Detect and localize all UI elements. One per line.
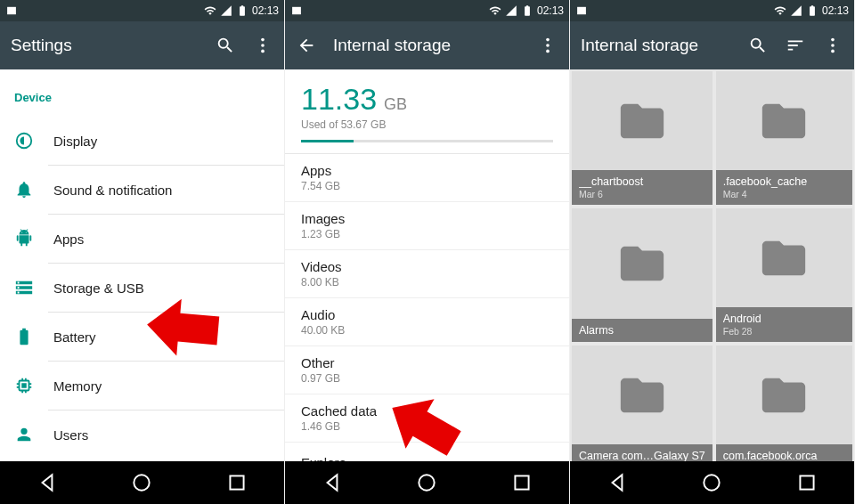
folder-tile[interactable]: com.facebook.orca Mar 4 bbox=[716, 345, 852, 461]
storage-category-row[interactable]: Cached data 1.46 GB bbox=[285, 394, 569, 443]
nav-recent-button[interactable] bbox=[225, 471, 248, 494]
folder-name: Android bbox=[723, 313, 845, 325]
used-unit: GB bbox=[384, 95, 407, 114]
wifi-icon bbox=[489, 4, 501, 17]
settings-item-battery[interactable]: Battery bbox=[0, 313, 284, 361]
app-bar-title: Internal storage bbox=[581, 36, 731, 55]
sort-button[interactable] bbox=[785, 35, 806, 56]
screen-settings: 02:13 Settings Device Display Sound & no… bbox=[0, 0, 285, 504]
wifi-icon bbox=[774, 4, 786, 17]
folder-name: __chartboost bbox=[579, 175, 705, 188]
folder-icon bbox=[716, 71, 852, 170]
settings-item-bell[interactable]: Sound & notification bbox=[0, 166, 284, 214]
folder-name: Alarms bbox=[579, 324, 705, 337]
search-button[interactable] bbox=[215, 35, 236, 56]
settings-item-label: Users bbox=[53, 427, 88, 443]
category-size: 7.54 GB bbox=[301, 180, 553, 192]
nav-back-button[interactable] bbox=[606, 471, 629, 494]
folder-date: Feb 28 bbox=[723, 326, 845, 337]
storage-category-row[interactable]: Audio 40.00 KB bbox=[285, 298, 569, 346]
bell-icon bbox=[14, 180, 34, 199]
sort-icon bbox=[786, 36, 805, 55]
overflow-button[interactable] bbox=[252, 35, 273, 56]
search-button[interactable] bbox=[747, 35, 769, 56]
battery-icon bbox=[806, 4, 818, 17]
category-label: Videos bbox=[301, 259, 553, 274]
folder-tile[interactable]: Android Feb 28 bbox=[716, 208, 852, 342]
settings-item-storage[interactable]: Storage & USB bbox=[0, 264, 284, 312]
app-bar: Settings bbox=[0, 21, 284, 69]
folder-tile[interactable]: __chartboost Mar 6 bbox=[572, 71, 712, 205]
back-button[interactable] bbox=[296, 35, 317, 56]
memory-icon bbox=[14, 376, 34, 395]
status-time: 02:13 bbox=[822, 4, 849, 17]
settings-item-label: Battery bbox=[53, 329, 96, 345]
folder-icon bbox=[572, 345, 712, 444]
wifi-icon bbox=[204, 4, 216, 17]
category-label: Audio bbox=[301, 307, 553, 322]
category-label: Other bbox=[301, 355, 553, 370]
storage-category-row[interactable]: Images 1.23 GB bbox=[285, 202, 569, 250]
folder-name: Camera com…Galaxy S7 bbox=[579, 450, 705, 461]
storage-summary: 11.33 GB Used of 53.67 GB bbox=[285, 69, 569, 154]
nav-bar bbox=[570, 461, 854, 504]
folder-icon bbox=[572, 208, 712, 319]
settings-item-android[interactable]: Apps bbox=[0, 215, 284, 263]
storage-body: 11.33 GB Used of 53.67 GB Apps 7.54 GBIm… bbox=[285, 69, 569, 461]
nav-recent-button[interactable] bbox=[510, 471, 533, 494]
storage-category-row[interactable]: Other 0.97 GB bbox=[285, 346, 569, 394]
category-label: Images bbox=[301, 211, 553, 226]
settings-item-display[interactable]: Display bbox=[0, 117, 284, 165]
settings-item-user[interactable]: Users bbox=[0, 411, 284, 459]
section-header-device: Device bbox=[0, 69, 284, 117]
overflow-button[interactable] bbox=[537, 35, 558, 56]
category-size: 1.23 GB bbox=[301, 228, 553, 240]
battery-icon bbox=[14, 327, 34, 346]
folder-icon bbox=[716, 208, 852, 307]
used-value: 11.33 bbox=[301, 82, 377, 117]
display-icon bbox=[14, 131, 34, 150]
category-label: Cached data bbox=[301, 403, 553, 419]
folder-tile[interactable]: Alarms bbox=[572, 208, 712, 342]
nav-back-button[interactable] bbox=[321, 471, 344, 494]
settings-body: Device Display Sound & notification Apps… bbox=[0, 69, 284, 461]
used-of-label: Used of 53.67 GB bbox=[301, 118, 553, 131]
dots-icon bbox=[253, 36, 273, 55]
nav-recent-button[interactable] bbox=[795, 471, 818, 494]
category-size: 0.97 GB bbox=[301, 372, 553, 385]
folder-tile[interactable]: Camera com…Galaxy S7 Mar 11 bbox=[572, 345, 712, 461]
nav-back-button[interactable] bbox=[36, 471, 59, 494]
screen-file-browser: 02:13 Internal storage __chartboost Mar … bbox=[570, 0, 855, 504]
nav-home-button[interactable] bbox=[415, 471, 438, 494]
search-icon bbox=[748, 36, 768, 55]
status-bar: 02:13 bbox=[285, 0, 569, 21]
app-bar: Internal storage bbox=[285, 21, 569, 69]
folder-date: Mar 6 bbox=[579, 189, 705, 199]
explore-row[interactable]: Explore bbox=[285, 443, 569, 461]
screen-storage-details: 02:13 Internal storage 11.33 GB Used of … bbox=[285, 0, 570, 504]
app-bar-title: Internal storage bbox=[333, 36, 521, 55]
nav-home-button[interactable] bbox=[130, 471, 153, 494]
battery-icon bbox=[521, 4, 533, 17]
app-bar: Internal storage bbox=[570, 21, 854, 69]
image-icon bbox=[575, 4, 588, 17]
folder-tile[interactable]: .facebook_cache Mar 4 bbox=[716, 71, 852, 205]
nav-bar bbox=[285, 461, 569, 504]
file-browser-body[interactable]: __chartboost Mar 6 .facebook_cache Mar 4… bbox=[570, 69, 854, 461]
status-bar: 02:13 bbox=[0, 0, 284, 21]
dots-icon bbox=[823, 36, 843, 55]
folder-name: .facebook_cache bbox=[723, 175, 845, 188]
overflow-button[interactable] bbox=[822, 35, 843, 56]
settings-item-memory[interactable]: Memory bbox=[0, 362, 284, 410]
search-icon bbox=[216, 36, 235, 55]
storage-category-row[interactable]: Videos 8.00 KB bbox=[285, 250, 569, 298]
storage-progress bbox=[301, 140, 553, 142]
storage-icon bbox=[14, 278, 34, 297]
image-icon bbox=[290, 4, 303, 17]
nav-home-button[interactable] bbox=[700, 471, 723, 494]
nav-bar bbox=[0, 461, 284, 504]
app-bar-title: Settings bbox=[11, 36, 199, 55]
settings-item-label: Apps bbox=[53, 232, 84, 247]
storage-category-row[interactable]: Apps 7.54 GB bbox=[285, 154, 569, 202]
dots-icon bbox=[538, 36, 558, 55]
